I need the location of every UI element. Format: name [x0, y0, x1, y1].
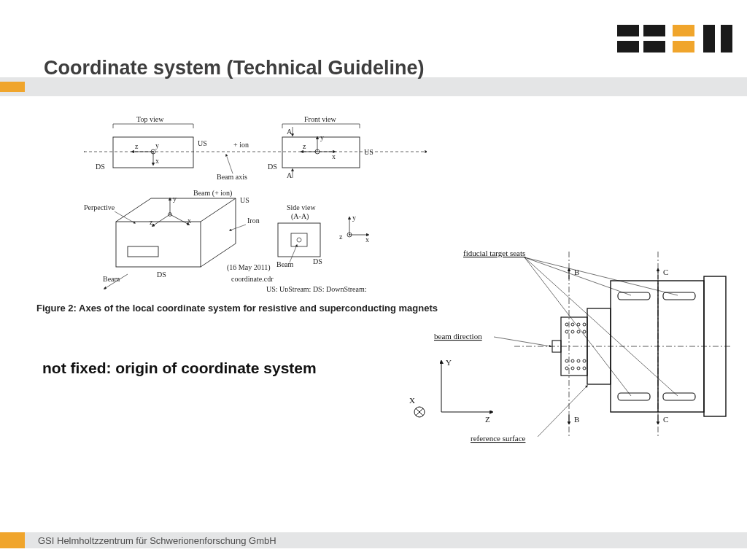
svg-line-58	[170, 214, 189, 225]
accent-chip-top	[0, 82, 25, 92]
svg-rect-94	[663, 393, 695, 400]
svg-rect-6	[673, 25, 694, 36]
svg-point-111	[577, 367, 580, 370]
svg-text:DS: DS	[313, 257, 322, 265]
svg-text:y: y	[173, 195, 177, 203]
svg-line-122	[538, 386, 587, 437]
svg-line-115	[525, 257, 631, 295]
svg-line-116	[525, 257, 678, 295]
svg-text:+ ion: + ion	[233, 141, 249, 149]
svg-text:z: z	[135, 142, 139, 150]
svg-text:A: A	[287, 128, 293, 136]
svg-rect-91	[618, 292, 650, 300]
svg-text:US: UpStream; DS: DownStream;: US: UpStream; DS: DownStream;	[266, 285, 367, 292]
svg-rect-1	[617, 41, 639, 52]
svg-rect-69	[278, 223, 320, 257]
svg-text:x: x	[332, 152, 336, 160]
svg-line-59	[152, 214, 170, 226]
header-band	[0, 77, 747, 96]
svg-text:DS: DS	[157, 271, 166, 279]
svg-text:y: y	[352, 214, 356, 222]
svg-point-105	[565, 359, 568, 362]
svg-text:reference surface: reference surface	[471, 434, 526, 443]
svg-text:(16 May 2011): (16 May 2011)	[227, 263, 271, 272]
svg-point-110	[571, 367, 574, 370]
svg-text:Beam (+ ion): Beam (+ ion)	[193, 189, 232, 198]
svg-text:C: C	[663, 268, 668, 276]
svg-text:B: B	[574, 415, 579, 424]
svg-text:US: US	[364, 148, 374, 156]
svg-point-102	[571, 330, 574, 333]
footer-band: GSI Helmholtzzentrum für Schwerionenfors…	[0, 532, 747, 548]
svg-point-108	[583, 359, 586, 362]
svg-text:Z: Z	[485, 415, 490, 424]
svg-text:US: US	[240, 196, 249, 204]
svg-text:Iron: Iron	[247, 217, 260, 225]
svg-line-25	[226, 155, 233, 174]
svg-line-46	[201, 198, 236, 222]
svg-text:DS: DS	[96, 163, 105, 171]
mechanical-diagram: fiducial target seats beam direction ref…	[368, 244, 733, 448]
svg-rect-7	[673, 41, 694, 52]
svg-line-118	[525, 257, 678, 396]
svg-text:z: z	[150, 218, 153, 226]
svg-text:A: A	[287, 171, 293, 179]
svg-text:B: B	[574, 268, 579, 276]
svg-line-45	[116, 198, 151, 222]
svg-text:X: X	[409, 396, 415, 405]
svg-text:Beam: Beam	[276, 260, 294, 268]
svg-point-100	[583, 323, 586, 326]
svg-rect-5	[721, 25, 732, 52]
note-text: not fixed: origin of coordinate system	[42, 359, 317, 377]
svg-text:Perpective: Perpective	[84, 203, 115, 211]
svg-point-97	[565, 323, 568, 326]
svg-text:fiducial target seats: fiducial target seats	[463, 249, 525, 257]
svg-line-66	[230, 225, 246, 230]
svg-text:x: x	[365, 236, 369, 244]
svg-point-107	[577, 359, 580, 362]
svg-text:DS: DS	[268, 163, 277, 171]
svg-rect-3	[643, 41, 665, 52]
svg-text:Beam: Beam	[103, 275, 120, 283]
svg-point-109	[565, 367, 568, 370]
svg-text:C: C	[663, 415, 668, 424]
svg-text:Y: Y	[446, 358, 452, 367]
svg-rect-4	[703, 25, 715, 52]
svg-text:x: x	[155, 157, 159, 165]
accent-chip-bottom	[0, 532, 25, 548]
svg-point-104	[583, 330, 586, 333]
svg-rect-92	[663, 292, 695, 300]
svg-text:US: US	[198, 139, 207, 147]
svg-rect-0	[617, 25, 639, 36]
svg-point-106	[571, 359, 574, 362]
svg-text:y: y	[155, 141, 159, 149]
svg-rect-30	[282, 137, 360, 168]
svg-point-101	[565, 330, 568, 333]
svg-point-99	[577, 323, 580, 326]
svg-point-98	[571, 323, 574, 326]
svg-text:z: z	[339, 233, 343, 241]
footer-text: GSI Helmholtzzentrum für Schwerionenfors…	[38, 535, 276, 546]
slide-title: Coordinate system (Technical Guideline)	[44, 57, 425, 79]
svg-point-71	[297, 238, 301, 242]
svg-rect-44	[116, 222, 201, 267]
svg-point-112	[583, 367, 586, 370]
svg-rect-93	[618, 393, 650, 400]
svg-text:Front  view: Front view	[304, 117, 336, 123]
svg-rect-2	[643, 25, 665, 36]
svg-rect-70	[291, 233, 307, 246]
svg-text:x: x	[187, 217, 191, 225]
svg-line-120	[494, 337, 551, 346]
svg-rect-50	[128, 246, 158, 257]
svg-text:z: z	[303, 142, 306, 150]
gsi-logo	[617, 25, 732, 55]
svg-text:Beam axis: Beam axis	[217, 173, 247, 181]
svg-text:y: y	[320, 133, 324, 141]
svg-text:(A-A): (A-A)	[291, 212, 309, 221]
svg-text:coordinate.cdr: coordinate.cdr	[231, 275, 274, 283]
svg-text:beam direction: beam direction	[434, 332, 482, 341]
svg-point-103	[577, 330, 580, 333]
svg-text:Side view: Side view	[287, 203, 316, 211]
svg-text:Top view: Top view	[136, 117, 164, 123]
